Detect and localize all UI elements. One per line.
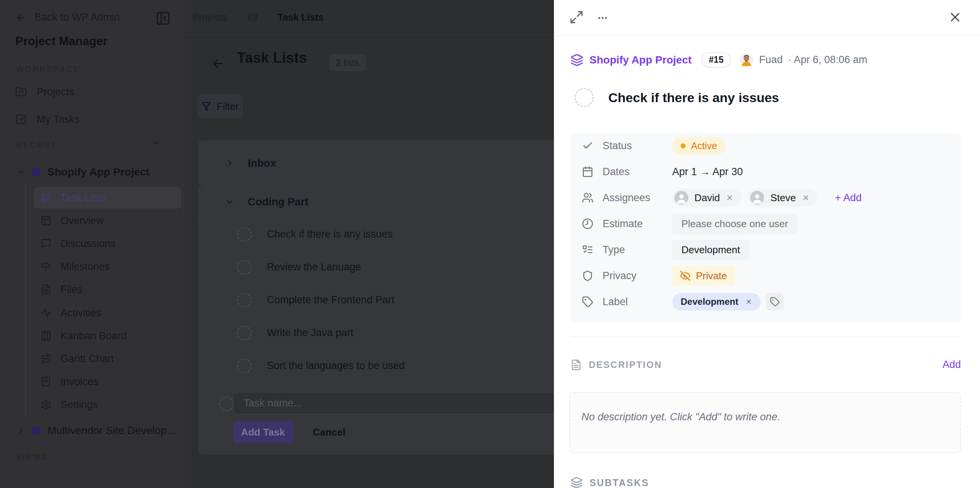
sidebar-item-my-tasks[interactable]: My Tasks [15,110,80,129]
sidebar-item-milestones[interactable]: Milestones [34,256,181,277]
subtasks-heading: SUBTASKS [590,477,649,488]
sidebar-item-label: Files [60,284,82,296]
task-fields-card: Status Active Dates Apr 1 → Apr 30 [570,133,961,323]
dates-value[interactable]: Apr 1 → Apr 30 [672,166,743,178]
breadcrumb-current: Task Lists [278,12,323,23]
add-assignee-button[interactable]: + Add [835,192,862,204]
add-task-button[interactable]: Add Task [233,421,293,443]
task-complete-circle[interactable] [237,326,252,340]
sidebar-item-label: Discussions [60,238,116,250]
remove-assignee-icon[interactable] [802,194,810,202]
status-badge[interactable]: Active [672,137,725,155]
new-task-circle [219,397,234,411]
task-complete-circle[interactable] [237,227,252,242]
task-complete-circle[interactable] [575,88,594,107]
check-icon [582,140,593,151]
label-chip-development: Development [672,293,761,311]
estimate-value[interactable]: Please choose one user [672,214,797,234]
type-value[interactable]: Development [672,240,749,260]
sidebar-item-gantt-chart[interactable]: Gantt Chart [34,348,181,369]
project-link[interactable]: Shopify App Project [570,54,692,67]
sidebar-item-activities[interactable]: Activities [34,302,181,324]
privacy-badge[interactable]: Private [672,266,735,286]
page-title: Task Lists [237,50,307,66]
new-task-name-input[interactable] [233,392,555,414]
status-value: Active [691,140,717,151]
back-to-wp-admin-link[interactable]: Back to WP Admin [15,11,120,23]
tree-indent-line [25,184,26,418]
assignee-chip-steve: Steve [748,189,817,207]
task-title[interactable]: Complete the Frontend Part [267,294,394,306]
task-title[interactable]: Sort the languages to be used [267,360,405,372]
route-icon [41,353,51,364]
sidebar-item-discussions[interactable]: Discussions [34,233,181,254]
folder-kanban-icon [15,86,27,98]
tag-icon [582,296,593,307]
app-window: Back to WP Admin Project Manager WORKSPA… [0,0,980,488]
app-title: Project Manager [15,34,108,48]
author-avatar [739,53,754,67]
sidebar-collapse-button[interactable] [155,11,171,26]
chevron-down-icon [225,197,235,207]
task-complete-circle[interactable] [237,260,252,275]
task-title[interactable]: Check if there is any issues [267,228,393,240]
sidebar-item-files[interactable]: Files [34,279,181,300]
sidebar-item-kanban-board[interactable]: Kanban Board [34,325,181,346]
remove-label-icon[interactable] [745,298,752,305]
assignee-name: David [694,192,720,204]
sidebar-item-settings[interactable]: Settings [34,394,181,415]
task-complete-circle[interactable] [237,293,252,307]
sidebar-item-projects[interactable]: Projects [15,83,74,101]
list-count-badge: 2 lists [329,54,366,71]
cancel-button[interactable]: Cancel [313,421,345,443]
sidebar-item-task-lists[interactable]: Task Lists [34,187,181,208]
field-row-assignees: Assignees David Steve + Add [570,185,961,211]
add-description-button[interactable]: Add [942,359,961,371]
sidebar-item-overview[interactable]: Overview [34,210,181,231]
task-meta-row: Shopify App Project #15 Fuad · Apr 6, 08… [570,52,867,68]
close-panel-button[interactable] [948,10,962,24]
field-label-text: Dates [603,166,630,178]
task-title[interactable]: Write the Java part [267,327,353,339]
project-name: Multivendor Site Develop... [47,425,176,437]
task-title[interactable]: Check if there is any issues [608,90,779,105]
recent-collapse-button[interactable] [152,138,162,148]
breadcrumb-project-number[interactable]: #3 [247,12,258,23]
sidebar-project-multivendor[interactable]: Multivendor Site Develop... [16,421,176,441]
list-name: Inbox [248,157,276,169]
status-dot-icon [681,143,686,148]
remove-assignee-icon[interactable] [726,194,733,202]
task-title[interactable]: Review the Lanuage [267,261,361,273]
subtasks-header: SUBTASKS [570,477,649,488]
expand-panel-button[interactable] [569,10,584,24]
project-link-label: Shopify App Project [590,54,692,66]
recent-section-label: RECENT [16,140,56,150]
back-button[interactable] [211,57,225,70]
receipt-icon [41,376,51,387]
more-options-button[interactable] [597,12,608,24]
chevron-down-icon [16,168,25,177]
layers-icon [570,54,583,67]
calendar-icon [582,166,593,177]
filter-button[interactable]: Filter [198,94,242,118]
task-detail-panel: Shopify App Project #15 Fuad · Apr 6, 08… [554,0,980,488]
chevron-right-icon [264,13,271,21]
views-section-label: VIEWS [16,452,48,462]
task-title-row: Check if there is any issues [575,88,779,107]
field-label-status: Status [582,140,672,152]
description-heading: DESCRIPTION [589,359,662,370]
field-row-dates: Dates Apr 1 → Apr 30 [570,159,961,185]
sidebar-item-invoices[interactable]: Invoices [34,371,181,392]
chevron-right-icon [16,426,25,435]
milestone-icon [41,261,51,272]
funnel-icon [201,101,211,111]
task-complete-circle[interactable] [237,359,252,373]
sidebar-project-shopify[interactable]: Shopify App Project [16,162,150,182]
add-label-button[interactable] [766,293,784,311]
sidebar-bottom-divider [0,475,184,476]
avatar [675,191,688,205]
breadcrumb-projects[interactable]: Projects [193,12,227,23]
list-name: Coding Part [248,196,309,208]
sidebar-item-label: Activities [60,307,101,319]
field-label-text: Status [603,140,632,152]
